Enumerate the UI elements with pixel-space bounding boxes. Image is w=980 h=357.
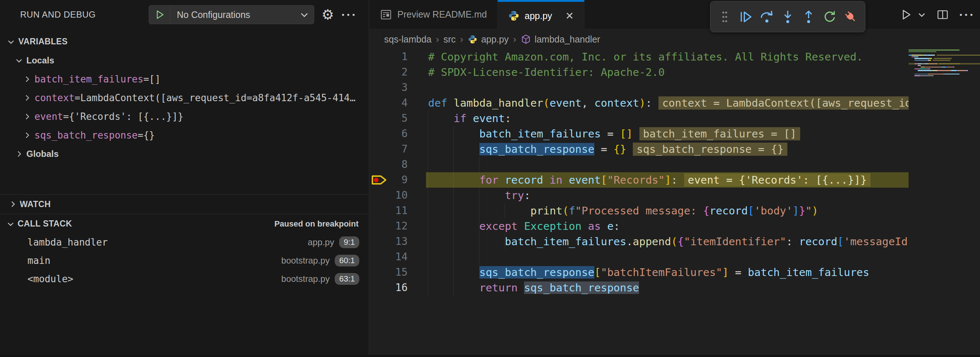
- indent-guide: [453, 126, 454, 142]
- drag-handle[interactable]: [717, 9, 732, 25]
- disconnect-icon: [844, 10, 858, 24]
- breakpoint-gutter[interactable]: [369, 280, 388, 295]
- editor-more-icon[interactable]: ···: [959, 8, 975, 22]
- variables-section-header[interactable]: VARIABLES: [0, 32, 369, 51]
- scope-locals[interactable]: Locals: [0, 51, 369, 70]
- breakpoint-gutter[interactable]: [369, 126, 388, 142]
- minimap-token: [967, 70, 968, 71]
- code-token: [: [748, 204, 754, 217]
- indent-guide: [479, 157, 479, 172]
- split-editor-icon[interactable]: [936, 8, 949, 21]
- breadcrumb-item-lambda-handler[interactable]: lambda_handler: [521, 34, 600, 45]
- code-line-text[interactable]: # Copyright Amazon.com, Inc. or its affi…: [426, 49, 908, 64]
- run-button[interactable]: [900, 8, 912, 21]
- indent-guide: [453, 265, 454, 280]
- breadcrumb-item-sqs-lambda[interactable]: sqs-lambda: [384, 34, 431, 45]
- code-line-13: 13 batch_item_failures.append({"itemIden…: [369, 234, 908, 249]
- code-token: ]: [665, 174, 671, 186]
- call-stack-section-header[interactable]: CALL STACK Paused on breakpoint: [0, 214, 369, 233]
- breakpoint-gutter[interactable]: [369, 203, 388, 218]
- step-into-button[interactable]: [780, 9, 795, 25]
- breakpoint-gutter[interactable]: [369, 218, 388, 234]
- code-editor[interactable]: 1# Copyright Amazon.com, Inc. or its aff…: [369, 49, 908, 306]
- code-token: }: [799, 204, 805, 217]
- highlighted-word: sqs_batch_response: [479, 266, 594, 279]
- code-token: batch_item_failures: [748, 266, 869, 279]
- code-line-text[interactable]: [426, 249, 908, 265]
- code-line-text[interactable]: return sqs_batch_response: [426, 280, 908, 295]
- chevron-right-icon: [23, 131, 32, 140]
- step-over-button[interactable]: [759, 9, 775, 25]
- tab-label: Preview README.md: [397, 9, 487, 20]
- variable-row[interactable]: event = {'Records': [{...}]}: [0, 107, 369, 126]
- disconnect-button[interactable]: [843, 9, 858, 25]
- breakpoint-gutter[interactable]: [369, 64, 388, 80]
- variable-row[interactable]: sqs_batch_response = {}: [0, 126, 369, 144]
- step-out-button[interactable]: [801, 9, 816, 25]
- breadcrumb-item-app-py[interactable]: app.py: [468, 34, 509, 45]
- call-stack-frame[interactable]: <module>bootstrap.py63:1: [0, 270, 369, 288]
- minimap-token: [908, 51, 936, 53]
- variable-row[interactable]: context = LambdaContext([aws_request_id=…: [0, 88, 369, 107]
- breakpoint-gutter[interactable]: [369, 157, 388, 172]
- code-line-text[interactable]: batch_item_failures = []batch_item_failu…: [426, 126, 908, 142]
- code-line-text[interactable]: print(f"Processed message: {record['body…: [426, 203, 908, 218]
- breakpoint-gutter[interactable]: [369, 142, 388, 157]
- tab-preview-readme-md[interactable]: Preview README.md: [369, 0, 498, 29]
- continue-button[interactable]: [738, 9, 753, 25]
- code-token: batch_item_failures: [505, 235, 627, 248]
- minimap-token: [933, 70, 937, 71]
- breakpoint-gutter[interactable]: [369, 249, 388, 265]
- breakpoint-gutter[interactable]: [369, 265, 388, 280]
- watch-section-header[interactable]: WATCH: [0, 194, 369, 214]
- debug-config-dropdown[interactable]: No Configurations: [149, 5, 314, 24]
- code-line-text[interactable]: try:: [426, 188, 908, 203]
- call-stack-frame[interactable]: lambda_handlerapp.py9:1: [0, 233, 369, 252]
- indent-guide: [453, 234, 454, 249]
- breakpoint-gutter[interactable]: [369, 111, 388, 126]
- minimap-line: [908, 75, 980, 76]
- code-line-text[interactable]: [426, 157, 908, 172]
- start-debug-play-icon[interactable]: [149, 5, 170, 24]
- code-token: [428, 128, 479, 140]
- indent-guide: [479, 188, 479, 203]
- breakpoint-gutter[interactable]: [369, 49, 388, 64]
- code-line-text[interactable]: sqs_batch_response = {}sqs_batch_respons…: [426, 142, 908, 157]
- tab-close-icon[interactable]: ✕: [565, 10, 574, 22]
- scope-globals[interactable]: Globals: [0, 144, 369, 163]
- globals-label: Globals: [26, 149, 59, 159]
- indent-guide: [428, 142, 428, 157]
- line-number: 13: [388, 234, 407, 249]
- breakpoint-gutter[interactable]: [369, 95, 388, 111]
- minimap-token: [914, 56, 917, 57]
- breakpoint-current-line-icon[interactable]: [369, 172, 388, 188]
- minimap[interactable]: [908, 49, 980, 108]
- variable-name: event: [34, 111, 63, 122]
- variable-equals: =: [138, 130, 143, 141]
- code-line-text[interactable]: for record in event["Records"]:event = {…: [426, 172, 908, 188]
- run-chevron-icon[interactable]: [917, 10, 926, 19]
- restart-button[interactable]: [822, 9, 838, 25]
- indent-guide: [479, 203, 479, 218]
- breakpoint-gutter[interactable]: [369, 80, 388, 95]
- code-token: e: [607, 220, 613, 233]
- code-line-text[interactable]: batch_item_failures.append({"itemIdentif…: [426, 234, 908, 249]
- tab-app-py[interactable]: app.py✕: [498, 0, 585, 30]
- call-stack-frame[interactable]: mainbootstrap.py60:1: [0, 252, 369, 270]
- gear-icon[interactable]: ⚙: [321, 0, 334, 29]
- frame-function-name: lambda_handler: [27, 237, 108, 248]
- code-line-text[interactable]: def lambda_handler(event, context):conte…: [426, 95, 908, 111]
- code-line-text[interactable]: except Exception as e:: [426, 218, 908, 234]
- variable-row[interactable]: batch_item_failures = []: [0, 70, 369, 88]
- code-line-text[interactable]: [426, 80, 908, 95]
- code-token: ): [639, 97, 645, 109]
- breakpoint-gutter[interactable]: [369, 234, 388, 249]
- variable-name: batch_item_failures: [34, 74, 143, 84]
- breakpoint-gutter[interactable]: [369, 188, 388, 203]
- code-line-text[interactable]: sqs_batch_response["batchItemFailures"] …: [426, 265, 908, 280]
- breadcrumb-item-src[interactable]: src: [444, 34, 456, 45]
- code-line-text[interactable]: if event:: [426, 111, 908, 126]
- code-line-text[interactable]: # SPDX-License-Identifier: Apache-2.0: [426, 64, 908, 80]
- minimap-token: [952, 70, 956, 71]
- sidebar-more-icon[interactable]: ···: [341, 0, 357, 29]
